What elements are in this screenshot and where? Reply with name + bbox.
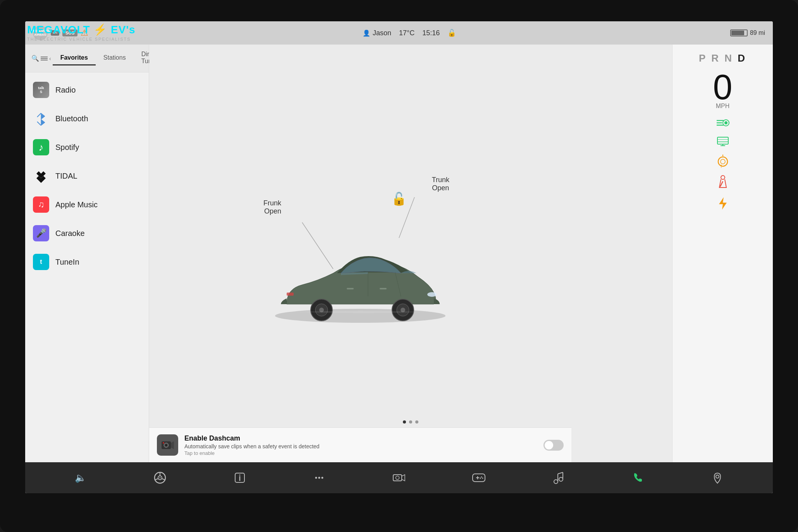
status-center: 👤 Jason 17°C 15:16 🔓 xyxy=(92,29,726,37)
notif-desc: Automatically save clips when a safety e… xyxy=(184,443,537,449)
nav-button[interactable] xyxy=(708,468,727,487)
notification-bar: Enable Dashcam Automatically save clips … xyxy=(149,427,571,462)
car-svg-container xyxy=(263,229,457,339)
tesla-screen: PASSENGERAIRBAG ON SOS ⚠ 👤 Jason 17°C 15… xyxy=(25,21,773,493)
battery-fill xyxy=(731,31,744,35)
svg-line-2 xyxy=(37,113,41,117)
lock-icon: 🔓 xyxy=(447,29,456,37)
trunk-status: Open xyxy=(432,184,449,192)
media-sidebar: 🔍 ‹ Favorites Stations Direct Tune talkS xyxy=(25,45,149,462)
page-dot-1[interactable] xyxy=(403,420,406,424)
bars-icon[interactable] xyxy=(41,57,48,60)
charging-icon[interactable] xyxy=(718,196,727,213)
steering-wheel-icon xyxy=(153,471,167,484)
source-item-bluetooth[interactable]: Bluetooth xyxy=(25,104,149,133)
more-button[interactable] xyxy=(310,468,329,487)
tabs-row: Favorites Stations Direct Tune xyxy=(53,48,165,69)
lock-info[interactable]: 🔓 xyxy=(447,29,456,37)
tidal-label: TIDAL xyxy=(55,172,77,181)
temperature-value: 17°C xyxy=(399,29,414,37)
speed-display: 0 MPH xyxy=(713,70,732,110)
search-button[interactable]: 🔍 xyxy=(31,52,39,65)
nav-icon xyxy=(712,472,723,484)
svg-rect-20 xyxy=(380,288,387,289)
right-panel: P R N D 0 MPH xyxy=(672,45,773,462)
speed-number: 0 xyxy=(713,70,732,105)
radio-label: Radio xyxy=(55,86,76,95)
headlights-icon[interactable] xyxy=(716,117,730,131)
caraoke-label: Caraoke xyxy=(55,229,85,238)
music-note-icon xyxy=(553,472,564,484)
main-panel: Frunk Open Trunk Open 🔓 xyxy=(149,45,672,462)
tire-pressure-icon[interactable]: ! xyxy=(716,154,730,170)
source-list: talkS Radio Bluetooth xyxy=(25,72,149,462)
svg-point-40 xyxy=(721,176,725,179)
volume-button[interactable]: 🔈 xyxy=(71,468,90,487)
dashcam-icon xyxy=(157,434,178,456)
svg-point-63 xyxy=(480,478,481,479)
svg-point-52 xyxy=(315,477,317,479)
page-dots xyxy=(403,420,418,424)
source-item-tunein[interactable]: t TuneIn xyxy=(25,248,149,276)
svg-rect-55 xyxy=(393,475,402,481)
page-dot-3[interactable] xyxy=(415,420,418,424)
display-icon[interactable] xyxy=(716,136,730,149)
notif-title: Enable Dashcam xyxy=(184,434,537,442)
music-button[interactable] xyxy=(549,468,568,487)
svg-text:!: ! xyxy=(721,164,722,168)
svg-point-54 xyxy=(322,477,323,479)
info-button[interactable] xyxy=(230,468,249,487)
time-value: 15:16 xyxy=(422,29,440,37)
svg-point-23 xyxy=(165,444,167,446)
time-info: 15:16 xyxy=(422,29,440,37)
status-right: 89 mi xyxy=(730,29,765,36)
camera-button[interactable] xyxy=(389,468,409,487)
tab-arrow-back[interactable]: ‹ xyxy=(49,55,51,62)
svg-marker-0 xyxy=(41,113,45,119)
games-button[interactable] xyxy=(469,468,488,487)
camera-icon xyxy=(392,472,406,483)
source-item-tidal[interactable]: TIDAL xyxy=(25,162,149,190)
source-item-apple-music[interactable]: ♫ Apple Music xyxy=(25,190,149,219)
taskbar: 🔈 xyxy=(25,462,773,493)
svg-point-53 xyxy=(318,477,320,479)
tunein-label: TuneIn xyxy=(55,258,79,267)
spotify-label: Spotify xyxy=(55,143,79,152)
active-gear: D xyxy=(738,52,746,64)
main-content: 🔍 ‹ Favorites Stations Direct Tune talkS xyxy=(25,45,773,462)
hazard-button[interactable] xyxy=(150,468,170,487)
svg-point-36 xyxy=(718,157,727,166)
svg-line-66 xyxy=(558,472,563,474)
more-icon xyxy=(313,472,325,484)
brand-overlay: MEGAVOLT ⚡ EV's THE ELECTRIC VEHICLE SPE… xyxy=(27,23,136,41)
source-item-spotify[interactable]: ♪ Spotify xyxy=(25,133,149,162)
svg-point-37 xyxy=(721,159,725,164)
svg-marker-42 xyxy=(719,197,727,210)
bluetooth-icon xyxy=(33,110,49,127)
svg-point-69 xyxy=(716,475,719,478)
brand-tagline: THE ELECTRIC VEHICLE SPECIALISTS xyxy=(27,37,136,41)
seatbelt-icon[interactable] xyxy=(717,175,729,192)
car-area: Frunk Open Trunk Open 🔓 xyxy=(149,45,571,462)
source-item-caraoke[interactable]: 🎤 Caraoke xyxy=(25,219,149,248)
battery-indicator: 89 mi xyxy=(730,29,765,36)
prnd-display: P R N D xyxy=(699,52,746,64)
svg-point-61 xyxy=(481,477,482,478)
svg-point-68 xyxy=(559,477,563,481)
user-icon: 👤 xyxy=(363,29,370,37)
tab-stations[interactable]: Stations xyxy=(96,51,134,65)
tunein-icon: t xyxy=(33,254,49,270)
temperature-info: 17°C xyxy=(399,29,414,37)
phone-button[interactable] xyxy=(628,468,648,487)
source-item-radio[interactable]: talkS Radio xyxy=(25,76,149,104)
svg-point-25 xyxy=(163,442,164,444)
page-dot-2[interactable] xyxy=(409,420,412,424)
notif-action: Tap to enable xyxy=(184,450,537,456)
svg-point-56 xyxy=(396,476,399,480)
dashcam-toggle[interactable] xyxy=(543,440,564,451)
speed-unit: MPH xyxy=(713,103,732,110)
lock-status-icon[interactable]: 🔓 xyxy=(391,191,407,206)
frunk-indicator: Frunk Open xyxy=(263,199,281,215)
notification-text: Enable Dashcam Automatically save clips … xyxy=(184,434,537,456)
tab-favorites[interactable]: Favorites xyxy=(53,51,96,65)
